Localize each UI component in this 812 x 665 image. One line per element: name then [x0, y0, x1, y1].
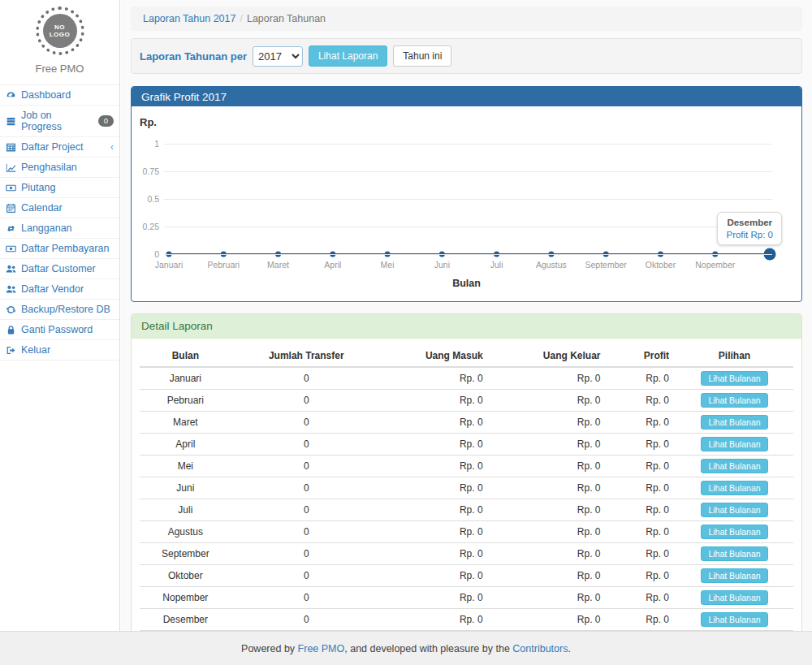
- cell-uang_masuk: Rp. 0: [382, 609, 490, 631]
- report-filter-bar: Laporan Tahunan per 2017 Lihat Laporan T…: [131, 38, 802, 74]
- sidebar-item-calendar[interactable]: Calendar: [0, 198, 119, 218]
- column-header-uang-masuk: Uang Masuk: [382, 345, 490, 367]
- cell-jumlah_transfer: 0: [231, 434, 382, 456]
- sidebar-item-label: Daftar Pembayaran: [21, 243, 109, 254]
- cell-jumlah_transfer: 0: [231, 521, 382, 543]
- cell-uang_masuk: Rp. 0: [382, 412, 490, 434]
- x-axis-tick: Nopember: [695, 260, 735, 270]
- lihat-bulanan-button[interactable]: Lihat Bulanan: [701, 371, 767, 386]
- breadcrumb: Laporan Tahun 2017/Laporan Tahunan: [131, 6, 802, 31]
- x-axis-tick: Juni: [434, 260, 450, 270]
- sidebar-item-label: Penghasilan: [21, 162, 77, 173]
- lihat-bulanan-button[interactable]: Lihat Bulanan: [701, 546, 767, 561]
- table-row: Pebruari0Rp. 0Rp. 0Rp. 0Lihat Bulanan: [140, 390, 793, 412]
- cell-profit: Rp. 0: [607, 456, 676, 477]
- cell-profit: Rp. 0: [607, 434, 676, 456]
- sidebar-item-piutang[interactable]: Piutang: [0, 178, 119, 198]
- cell-uang_keluar: Rp. 0: [490, 390, 607, 412]
- lihat-laporan-button[interactable]: Lihat Laporan: [309, 45, 387, 67]
- cell-uang_keluar: Rp. 0: [490, 456, 607, 477]
- dashboard-icon: [6, 90, 17, 101]
- tahun-ini-button[interactable]: Tahun ini: [393, 45, 451, 67]
- sidebar-item-daftar-pembayaran[interactable]: Daftar Pembayaran: [0, 239, 119, 259]
- lihat-bulanan-button[interactable]: Lihat Bulanan: [701, 568, 767, 583]
- profit-line-chart: [132, 106, 801, 301]
- breadcrumb-link[interactable]: Laporan Tahun 2017: [143, 13, 235, 24]
- cell-uang_masuk: Rp. 0: [382, 543, 490, 565]
- gridline: [164, 254, 772, 255]
- cell-pilihan: Lihat Bulanan: [676, 587, 793, 609]
- sidebar-item-daftar-project[interactable]: Daftar Project‹: [0, 137, 119, 158]
- sidebar-item-daftar-vendor[interactable]: Daftar Vendor: [0, 279, 119, 300]
- sign-out-icon: [6, 345, 17, 356]
- sidebar-item-label: Ganti Password: [21, 324, 93, 335]
- sidebar-item-ganti-password[interactable]: Ganti Password: [0, 320, 119, 340]
- year-select[interactable]: 2017: [253, 46, 303, 67]
- sidebar-item-label: Daftar Vendor: [21, 283, 84, 295]
- lihat-bulanan-button[interactable]: Lihat Bulanan: [701, 612, 767, 627]
- footer-text-suffix: .: [568, 643, 570, 654]
- cell-pilihan: Lihat Bulanan: [676, 521, 793, 543]
- x-axis-tick: September: [585, 260, 626, 270]
- chart-panel-title: Grafik Profit 2017: [132, 87, 801, 106]
- cell-uang_keluar: Rp. 0: [490, 367, 607, 390]
- cell-bulan: September: [140, 543, 231, 565]
- cell-uang_keluar: Rp. 0: [490, 587, 607, 609]
- cell-uang_masuk: Rp. 0: [382, 565, 490, 587]
- brand-name: Free PMO: [0, 63, 119, 75]
- cell-pilihan: Lihat Bulanan: [676, 390, 793, 412]
- lihat-bulanan-button[interactable]: Lihat Bulanan: [701, 525, 767, 539]
- y-axis-tick: 0.75: [132, 166, 159, 176]
- gridline: [164, 227, 772, 227]
- lihat-bulanan-button[interactable]: Lihat Bulanan: [701, 590, 767, 605]
- footer-link-contributors[interactable]: Contributors: [512, 643, 568, 654]
- cell-pilihan: Lihat Bulanan: [676, 499, 793, 521]
- sidebar-item-label: Piutang: [21, 182, 55, 193]
- table-row: Juni0Rp. 0Rp. 0Rp. 0Lihat Bulanan: [140, 477, 793, 499]
- sidebar-item-label: Daftar Project: [21, 141, 83, 153]
- table-row: Maret0Rp. 0Rp. 0Rp. 0Lihat Bulanan: [140, 412, 793, 434]
- cell-bulan: Juni: [140, 477, 231, 499]
- cell-jumlah_transfer: 0: [231, 543, 382, 565]
- sidebar-item-penghasilan[interactable]: Penghasilan: [0, 158, 119, 178]
- cell-profit: Rp. 0: [607, 367, 676, 390]
- logo-area: NO LOGO Free PMO: [0, 0, 119, 75]
- page-footer: Powered by Free PMO, and developed with …: [0, 631, 812, 665]
- cell-uang_keluar: Rp. 0: [490, 543, 607, 565]
- lihat-bulanan-button[interactable]: Lihat Bulanan: [701, 415, 767, 430]
- sidebar-item-langganan[interactable]: Langganan: [0, 218, 119, 239]
- lihat-bulanan-button[interactable]: Lihat Bulanan: [701, 393, 767, 408]
- cell-jumlah_transfer: 0: [231, 477, 382, 499]
- lihat-bulanan-button[interactable]: Lihat Bulanan: [701, 459, 767, 473]
- x-axis-tick: Pebruari: [207, 260, 240, 270]
- sidebar-item-job-on-progress[interactable]: Job on Progress0: [0, 106, 119, 137]
- cell-uang_masuk: Rp. 0: [382, 521, 490, 543]
- detail-panel-title: Detail Laporan: [132, 314, 801, 339]
- sidebar-item-dashboard[interactable]: Dashboard: [0, 85, 119, 106]
- cell-profit: Rp. 0: [607, 565, 676, 587]
- money-icon: [6, 244, 17, 254]
- sidebar-item-daftar-customer[interactable]: Daftar Customer: [0, 259, 119, 279]
- cell-jumlah_transfer: 0: [231, 609, 382, 631]
- lihat-bulanan-button[interactable]: Lihat Bulanan: [701, 481, 767, 495]
- table-row: September0Rp. 0Rp. 0Rp. 0Lihat Bulanan: [140, 543, 793, 565]
- tooltip-value: Profit Rp: 0: [726, 230, 773, 240]
- breadcrumb-separator: /: [235, 13, 246, 24]
- sidebar-item-label: Daftar Customer: [21, 263, 96, 274]
- cell-bulan: Maret: [140, 412, 231, 434]
- logo-line1: NO: [54, 24, 65, 31]
- cell-bulan: April: [140, 434, 231, 456]
- detail-panel-body: BulanJumlah TransferUang MasukUang Kelua…: [132, 339, 801, 660]
- lihat-bulanan-button[interactable]: Lihat Bulanan: [701, 437, 767, 451]
- x-axis-tick: Oktober: [646, 260, 676, 270]
- sidebar-item-keluar[interactable]: Keluar: [0, 340, 119, 361]
- tasks-icon: [6, 116, 17, 127]
- lihat-bulanan-button[interactable]: Lihat Bulanan: [701, 503, 767, 517]
- cell-profit: Rp. 0: [607, 412, 676, 434]
- tooltip-title: Desember: [726, 218, 773, 227]
- gridline: [164, 171, 772, 172]
- footer-link-free-pmo[interactable]: Free PMO: [298, 643, 345, 654]
- sidebar-item-backup-restore-db[interactable]: Backup/Restore DB: [0, 300, 119, 320]
- column-header-uang-keluar: Uang Keluar: [490, 345, 607, 367]
- gridline: [164, 144, 772, 145]
